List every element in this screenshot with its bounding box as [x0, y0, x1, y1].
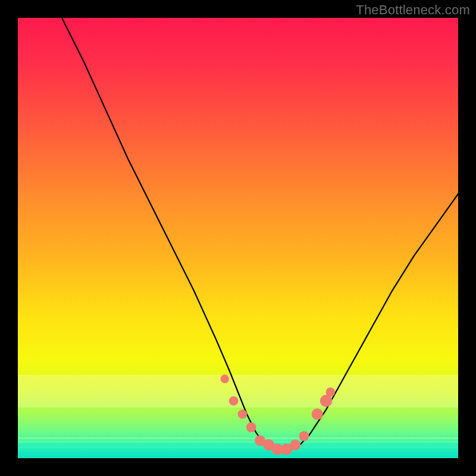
curve-marker [246, 422, 256, 433]
curve-marker [326, 387, 336, 397]
curve-marker [229, 396, 239, 406]
curve-marker [312, 408, 323, 419]
curve-marker [299, 431, 309, 441]
curve-marker [290, 440, 300, 450]
watermark-text: TheBottleneck.com [356, 2, 470, 18]
curve-markers [221, 375, 336, 455]
bottleneck-curve [62, 18, 458, 449]
chart-frame [18, 18, 458, 458]
chart-svg [18, 18, 458, 458]
curve-marker [221, 375, 229, 383]
curve-marker [238, 409, 248, 419]
